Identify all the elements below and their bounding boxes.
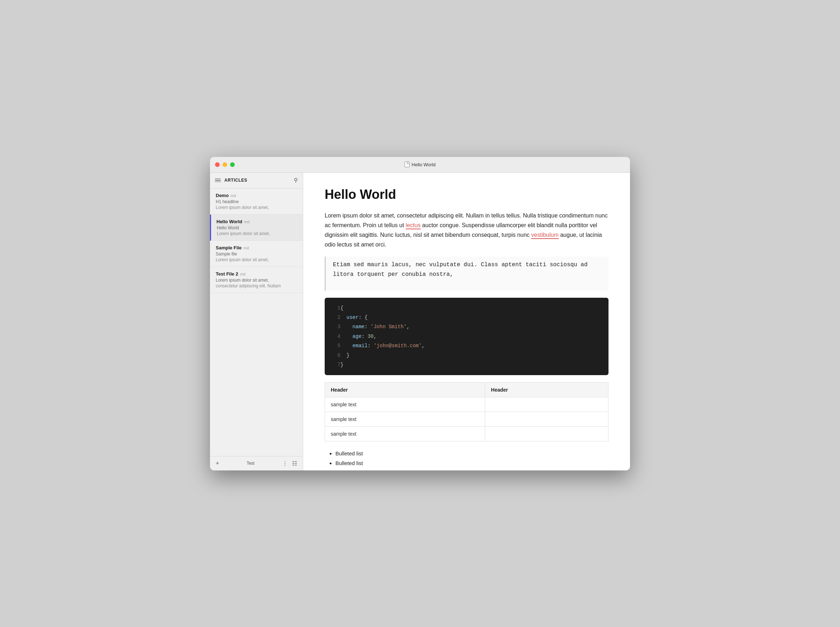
code-line-3: 3 name: 'John Smith', (332, 322, 601, 331)
more-options-icon[interactable]: ⋮ (282, 460, 288, 467)
line-number: 2 (332, 313, 340, 322)
minimize-button[interactable] (222, 162, 227, 167)
sidebar-item-badge: md (244, 220, 249, 224)
line-number: 3 (332, 322, 340, 331)
table-cell (485, 397, 608, 412)
sidebar-item-demo[interactable]: Demo md H1 headline Lorem ipsum dolor si… (210, 189, 303, 214)
sidebar: ARTICLES ⚲ Demo md H1 headline Lorem ips… (210, 173, 303, 470)
code-line-5: 5 email: 'john@smith.com', (332, 341, 601, 350)
sidebar-item-header: Hello World md (216, 219, 297, 224)
list-item: Bulleted list (336, 458, 608, 468)
sidebar-item-header: Sample File md (216, 245, 297, 250)
document-icon (405, 162, 410, 167)
data-table: Header Header sample text sample text sa… (325, 382, 608, 441)
content-title: Hello World (325, 187, 608, 202)
traffic-lights (215, 162, 235, 167)
sidebar-item-badge: md (240, 272, 246, 276)
blockquote: Etiam sed mauris lacus, nec vulputate du… (325, 257, 608, 290)
table-cell (485, 412, 608, 427)
sidebar-item-badge: md (230, 194, 236, 198)
table-cell: sample text (325, 397, 485, 412)
sidebar-item-subtitle: Lorem ipsum dolor sit amet, (216, 278, 297, 283)
sidebar-item-subtitle: Sample file (216, 252, 297, 257)
add-button[interactable]: + (216, 460, 219, 466)
table-cell (485, 427, 608, 441)
line-number: 6 (332, 351, 340, 360)
sidebar-item-test-file-2[interactable]: Test File 2 md Lorem ipsum dolor sit ame… (210, 267, 303, 293)
list-view-icon[interactable]: ☷ (292, 460, 297, 467)
search-button[interactable]: ⚲ (294, 177, 298, 183)
table-cell: sample text (325, 412, 485, 427)
sidebar-item-preview: Lorem ipsum dolor sit amet, (216, 257, 297, 262)
titlebar-title-text: Hello World (412, 162, 436, 167)
code-line-4: 4 age: 30, (332, 332, 601, 341)
line-number: 5 (332, 341, 340, 350)
table-header-row: Header Header (325, 383, 608, 397)
sidebar-item-hello-world[interactable]: Hello World md Hello World Lorem ipsum d… (210, 214, 303, 241)
table-row: sample text (325, 412, 608, 427)
table-header-1: Header (325, 383, 485, 397)
workspace-label: Test (247, 461, 254, 466)
bullet-list: Bulleted list Bulleted list (325, 449, 608, 468)
code-content: } (340, 360, 601, 369)
sidebar-item-title: Hello World (216, 219, 242, 224)
code-line-7: 7 } (332, 360, 601, 369)
code-line-6: 6 } (332, 351, 601, 360)
close-button[interactable] (215, 162, 220, 167)
code-content: age: 30, (340, 332, 601, 341)
line-number: 1 (332, 304, 340, 313)
sidebar-item-subtitle: Hello World (217, 225, 297, 230)
sidebar-item-badge: md (243, 246, 249, 250)
content-paragraph: Lorem ipsum dolor sit amet, consectetur … (325, 211, 608, 250)
line-number: 4 (332, 332, 340, 341)
code-table: 1 { 2 user: { 3 name: 'John Smith', (332, 304, 601, 370)
table-row: sample text (325, 427, 608, 441)
sidebar-header-left: ARTICLES (215, 178, 247, 183)
sidebar-item-title: Sample File (216, 245, 241, 250)
code-content: { (340, 304, 601, 313)
sidebar-title: ARTICLES (224, 178, 247, 183)
menu-icon[interactable] (215, 178, 221, 182)
sidebar-item-preview: consectetur adipiscing elit. Nullam (216, 284, 297, 288)
sidebar-item-subtitle: H1 headline (216, 199, 297, 204)
footer-icons: ⋮ ☷ (282, 460, 297, 467)
sidebar-item-header: Test File 2 md (216, 271, 297, 277)
table-row: sample text (325, 397, 608, 412)
titlebar: Hello World (210, 157, 630, 173)
sidebar-item-preview: Lorem ipsum dolor sit amet, (217, 231, 297, 236)
lectus-highlight: lectus (406, 222, 421, 229)
blockquote-text: Etiam sed mauris lacus, nec vulputate du… (333, 260, 601, 279)
code-content: } (340, 351, 601, 360)
sidebar-item-sample-file[interactable]: Sample File md Sample file Lorem ipsum d… (210, 241, 303, 267)
sidebar-item-preview: Lorem ipsum dolor sit amet, (216, 205, 297, 210)
content-area: Hello World Lorem ipsum dolor sit amet, … (303, 173, 630, 470)
code-line-1: 1 { (332, 304, 601, 313)
maximize-button[interactable] (230, 162, 235, 167)
sidebar-list: Demo md H1 headline Lorem ipsum dolor si… (210, 189, 303, 456)
line-number: 7 (332, 360, 340, 369)
sidebar-item-title: Test File 2 (216, 271, 238, 277)
sidebar-item-title: Demo (216, 193, 229, 198)
code-line-2: 2 user: { (332, 313, 601, 322)
list-item: Bulleted list (336, 449, 608, 458)
code-content: user: { (340, 313, 601, 322)
sidebar-header: ARTICLES ⚲ (210, 173, 303, 189)
table-cell: sample text (325, 427, 485, 441)
table-header-2: Header (485, 383, 608, 397)
vestibulum-highlight: vestibulum (531, 232, 558, 239)
code-block: 1 { 2 user: { 3 name: 'John Smith', (325, 298, 608, 375)
code-content: email: 'john@smith.com', (340, 341, 601, 350)
app-window: Hello World ARTICLES ⚲ Demo md (210, 157, 630, 470)
main-container: ARTICLES ⚲ Demo md H1 headline Lorem ips… (210, 173, 630, 470)
sidebar-footer: + Test ⋮ ☷ (210, 456, 303, 470)
code-content: name: 'John Smith', (340, 322, 601, 331)
sidebar-item-header: Demo md (216, 193, 297, 198)
titlebar-title: Hello World (405, 162, 436, 167)
